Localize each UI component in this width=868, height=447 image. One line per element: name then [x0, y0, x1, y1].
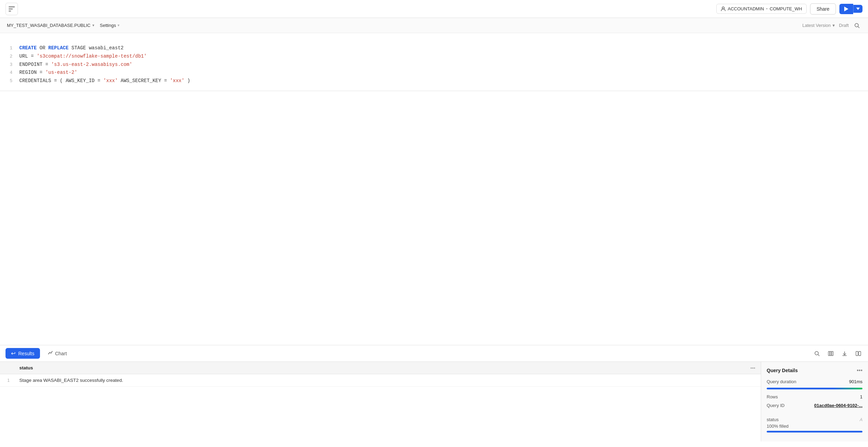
- results-tabs-bar: ↩ Results Chart: [0, 345, 868, 362]
- results-tabs-left: ↩ Results Chart: [6, 348, 72, 359]
- user-icon: [721, 7, 726, 11]
- filter-icon-button[interactable]: [6, 3, 18, 15]
- status-a-label: A: [860, 417, 862, 422]
- svg-rect-0: [9, 7, 15, 7]
- editor-area[interactable]: 1CREATE OR REPLACE STAGE wasabi_east22 U…: [0, 33, 868, 345]
- svg-marker-5: [856, 8, 860, 10]
- share-button[interactable]: Share: [810, 3, 836, 14]
- settings-label: Settings: [100, 23, 116, 28]
- db-chevron-icon: ▾: [92, 23, 94, 28]
- table-row: 1Stage area WASABI_EAST2 successfully cr…: [0, 374, 761, 387]
- version-selector[interactable]: Latest Version ▾: [802, 23, 835, 28]
- svg-line-7: [858, 27, 859, 28]
- code-token: 'xxx': [103, 78, 118, 83]
- chart-label: Chart: [55, 351, 67, 356]
- query-id-label: Query ID: [767, 403, 785, 408]
- results-icon: ↩: [11, 350, 16, 357]
- status-progress-bar: [767, 431, 862, 433]
- row-number: 1: [0, 374, 14, 387]
- tab-results[interactable]: ↩ Results: [6, 348, 40, 359]
- code-token: CREDENTIALS = ( AWS_KEY_ID =: [19, 78, 103, 83]
- duration-value: 901ms: [849, 379, 862, 384]
- code-line: 1CREATE OR REPLACE STAGE wasabi_east2: [7, 44, 861, 52]
- svg-point-3: [722, 7, 724, 9]
- top-bar-right: ACCOUNTADMIN • COMPUTE_WH Share: [716, 3, 862, 14]
- code-token: REPLACE: [48, 45, 69, 51]
- svg-rect-10: [828, 351, 830, 356]
- split-view-icon: [856, 351, 861, 356]
- svg-rect-2: [9, 11, 11, 11]
- details-more-button[interactable]: •••: [857, 367, 862, 374]
- results-container: ↩ Results Chart: [0, 345, 868, 441]
- code-token: 's3compat://snowflake-sample-test/db1': [37, 53, 147, 59]
- query-id-row: Query ID 01acd0ae-0604-9102-...: [767, 403, 862, 408]
- code-content: ENDPOINT = 's3.us-east-2.wasabisys.com': [19, 61, 861, 69]
- code-token: 'us-east-2': [46, 70, 77, 75]
- chevron-down-icon: [856, 8, 860, 10]
- split-view-button[interactable]: [854, 349, 862, 358]
- download-icon: [842, 351, 847, 356]
- results-table: status ••• 1Stage area WASABI_EAST2 succ…: [0, 362, 761, 387]
- db-selector[interactable]: MY_TEST_WASABI_DATABASE.PUBLIC ▾: [7, 23, 94, 28]
- top-bar: ACCOUNTADMIN • COMPUTE_WH Share: [0, 0, 868, 18]
- code-line: 5 CREDENTIALS = ( AWS_KEY_ID = 'xxx' AWS…: [7, 77, 861, 85]
- compute-label: COMPUTE_WH: [770, 6, 802, 11]
- column-options-icon[interactable]: •••: [750, 365, 755, 370]
- svg-rect-11: [830, 351, 831, 356]
- run-dropdown-button[interactable]: [853, 5, 862, 13]
- svg-point-6: [855, 23, 858, 27]
- duration-progress-fill: [767, 388, 862, 389]
- search-button[interactable]: [853, 21, 861, 30]
- line-number: 3: [7, 61, 19, 69]
- settings-chevron-icon: ▾: [118, 23, 120, 28]
- tab-chart[interactable]: Chart: [43, 348, 72, 359]
- status-cell: Stage area WASABI_EAST2 successfully cre…: [14, 374, 761, 387]
- code-line: 2 URL = 's3compat://snowflake-sample-tes…: [7, 52, 861, 61]
- svg-line-9: [818, 355, 819, 356]
- code-token: REGION =: [19, 70, 46, 75]
- search-icon: [814, 351, 820, 356]
- code-token: URL =: [19, 53, 37, 59]
- code-token: AWS_SECRET_KEY =: [118, 78, 170, 83]
- svg-rect-12: [832, 351, 833, 356]
- run-btn-group: [839, 4, 862, 14]
- line-number: 5: [7, 77, 19, 85]
- code-token: OR: [37, 45, 48, 51]
- status-detail-label: status: [767, 417, 779, 422]
- settings-button[interactable]: Settings ▾: [100, 23, 120, 28]
- line-number: 1: [7, 44, 19, 52]
- run-button[interactable]: [839, 4, 853, 14]
- results-body: status ••• 1Stage area WASABI_EAST2 succ…: [0, 362, 868, 441]
- status-progress-fill: [767, 431, 862, 433]
- svg-point-8: [815, 351, 818, 355]
- filled-text: 100% filled: [767, 424, 862, 429]
- line-number: 4: [7, 69, 19, 77]
- row-number-header: [0, 362, 14, 374]
- svg-rect-1: [9, 9, 13, 9]
- duration-progress-bar: [767, 388, 862, 389]
- line-number: 2: [7, 53, 19, 60]
- duration-row: Query duration 901ms: [767, 379, 862, 384]
- code-token: 'xxx': [170, 78, 184, 83]
- code-token: CREATE: [19, 45, 37, 51]
- search-results-button[interactable]: [813, 349, 821, 358]
- dot-separator: •: [766, 6, 768, 11]
- account-label: ACCOUNTADMIN: [728, 6, 764, 11]
- version-chevron-icon: ▾: [832, 23, 835, 28]
- code-token: 's3.us-east-2.wasabisys.com': [51, 62, 132, 67]
- draft-label: Draft: [839, 23, 849, 28]
- columns-icon-button[interactable]: [827, 349, 835, 358]
- columns-icon: [828, 351, 834, 356]
- code-content: CREATE OR REPLACE STAGE wasabi_east2: [19, 44, 861, 52]
- rows-row: Rows 1: [767, 394, 862, 399]
- code-token: ENDPOINT =: [19, 62, 51, 67]
- status-header-label: status: [19, 365, 33, 370]
- code-content: CREDENTIALS = ( AWS_KEY_ID = 'xxx' AWS_S…: [19, 77, 861, 85]
- query-id-value[interactable]: 01acd0ae-0604-9102-...: [814, 403, 862, 408]
- download-button[interactable]: [840, 349, 849, 358]
- details-header: Query Details •••: [767, 367, 862, 374]
- code-editor[interactable]: 1CREATE OR REPLACE STAGE wasabi_east22 U…: [0, 39, 868, 91]
- results-label: Results: [18, 351, 34, 356]
- sub-bar-left: MY_TEST_WASABI_DATABASE.PUBLIC ▾ Setting…: [7, 23, 120, 28]
- status-column-header: status •••: [14, 362, 761, 374]
